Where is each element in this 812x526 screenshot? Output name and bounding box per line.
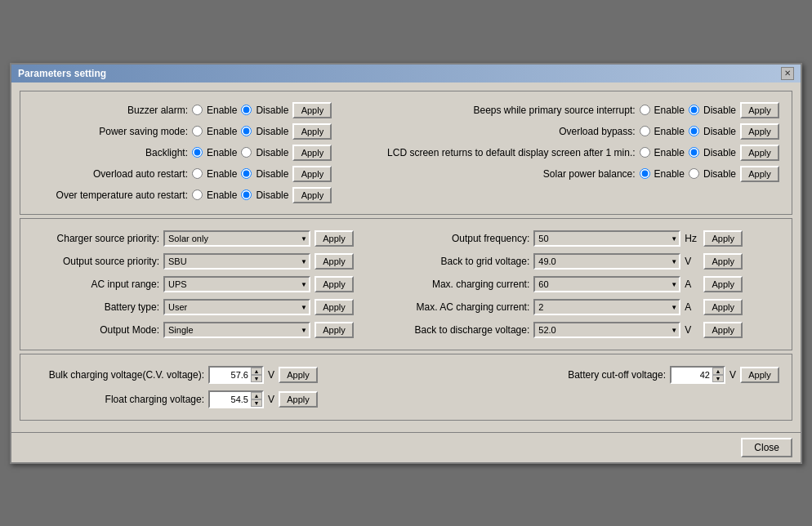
over_temp-apply-button[interactable]: Apply xyxy=(292,187,332,203)
cutoff_voltage-spinner-buttons: ▲ ▼ xyxy=(712,368,724,382)
lcd_return-disable-radio[interactable] xyxy=(689,147,699,158)
solar_balance-disable-label: Disable xyxy=(703,168,736,180)
bulk_voltage-increment-button[interactable]: ▲ xyxy=(251,368,262,375)
radio-label: Power saving mode: xyxy=(33,126,188,137)
output_priority-select[interactable]: SBUSolar firstUtility first xyxy=(163,253,310,270)
beeps-enable-radio[interactable] xyxy=(640,105,650,115)
bulk_voltage-decrement-button[interactable]: ▼ xyxy=(251,375,262,382)
buzzer-disable-radio[interactable] xyxy=(241,105,252,115)
cutoff_voltage-apply-button[interactable]: Apply xyxy=(740,367,779,383)
radio-label-right: Beeps while primary source interrupt: xyxy=(356,105,636,116)
solar_balance-enable-radio[interactable] xyxy=(640,168,650,179)
over_temp-disable-radio[interactable] xyxy=(241,189,252,200)
window-close-button[interactable]: ✕ xyxy=(781,67,794,80)
battery_type-select[interactable]: UserAGMFloodedLi xyxy=(163,299,310,315)
back_grid-select[interactable]: 44.045.046.047.048.049.050.0 xyxy=(533,253,680,270)
solar_balance-enable-label: Enable xyxy=(654,168,685,180)
cutoff_voltage-increment-button[interactable]: ▲ xyxy=(712,368,724,375)
output_mode-select-wrapper: SingleParallelPhase 1 of 3Phase 2 of 3Ph… xyxy=(163,322,310,338)
float_voltage-unit: V xyxy=(268,394,274,405)
cutoff_voltage-label: Battery cut-off voltage: xyxy=(568,369,666,381)
output_mode-select[interactable]: SingleParallelPhase 1 of 3Phase 2 of 3Ph… xyxy=(163,322,310,338)
output_mode-label: Output Mode: xyxy=(33,324,159,336)
float_voltage-apply-button[interactable]: Apply xyxy=(279,391,318,408)
battery_type-label: Battery type: xyxy=(33,301,159,313)
backlight-disable-radio[interactable] xyxy=(241,147,252,158)
max_ac_charge-unit: A xyxy=(685,301,699,313)
overload_restart-apply-button[interactable]: Apply xyxy=(292,166,332,182)
bulk_voltage-spinner-buttons: ▲ ▼ xyxy=(251,368,262,382)
solar_balance-apply-button[interactable]: Apply xyxy=(740,166,779,182)
dropdown-section: Charger source priority: Solar onlySolar… xyxy=(20,218,792,350)
power_saving-disable-radio[interactable] xyxy=(241,126,252,136)
charger_priority-select[interactable]: Solar onlySolar firstUtility first xyxy=(163,230,310,247)
buzzer-apply-button[interactable]: Apply xyxy=(292,102,332,118)
back_grid-apply-button[interactable]: Apply xyxy=(703,253,743,270)
main-window: Parameters setting ✕ Buzzer alarm: Enabl… xyxy=(10,63,802,464)
backlight-enable-radio[interactable] xyxy=(192,147,203,158)
max_ac_charge-label: Max. AC charging current: xyxy=(386,301,529,313)
float_voltage-spinner-buttons: ▲ ▼ xyxy=(251,392,262,407)
footer: Close xyxy=(11,432,801,462)
close-button[interactable]: Close xyxy=(741,438,792,457)
float_voltage-decrement-button[interactable]: ▼ xyxy=(251,399,262,407)
lcd_return-enable-radio[interactable] xyxy=(640,147,650,158)
backlight-apply-button[interactable]: Apply xyxy=(292,145,332,161)
power_saving-enable-radio[interactable] xyxy=(192,126,203,136)
back_discharge-unit: V xyxy=(685,324,699,336)
over_temp-enable-radio[interactable] xyxy=(192,189,203,200)
output_freq-apply-button[interactable]: Apply xyxy=(703,230,743,247)
back_discharge-apply-button[interactable]: Apply xyxy=(703,322,743,338)
cutoff_voltage-unit: V xyxy=(729,369,736,381)
bulk_voltage-unit: V xyxy=(268,369,274,381)
power_saving-apply-button[interactable]: Apply xyxy=(292,123,332,140)
charger_priority-select-wrapper: Solar onlySolar firstUtility first xyxy=(163,230,310,247)
cutoff_voltage-input[interactable] xyxy=(671,368,712,382)
radio-section: Buzzer alarm: Enable Disable Apply Beeps… xyxy=(20,91,792,215)
battery_type-apply-button[interactable]: Apply xyxy=(315,299,354,315)
power_saving-enable-label: Enable xyxy=(207,126,237,137)
output_freq-select[interactable]: 5060 xyxy=(533,230,680,247)
window-title: Parameters setting xyxy=(18,68,106,79)
ac_input-select-wrapper: UPSAppliance xyxy=(163,276,310,292)
output_priority-apply-button[interactable]: Apply xyxy=(315,253,354,270)
lcd_return-apply-button[interactable]: Apply xyxy=(740,145,779,161)
overload_bypass-apply-button[interactable]: Apply xyxy=(740,123,779,140)
bulk_voltage-spinner: ▲ ▼ xyxy=(208,366,264,384)
float_voltage-spinner: ▲ ▼ xyxy=(208,390,264,408)
overload_bypass-disable-label: Disable xyxy=(703,126,736,137)
output_freq-label: Output frequency: xyxy=(386,233,529,244)
radio-label: Backlight: xyxy=(33,147,188,158)
bulk_voltage-apply-button[interactable]: Apply xyxy=(279,367,318,383)
back_discharge-label: Back to discharge voltage: xyxy=(386,324,529,336)
bulk_voltage-input[interactable] xyxy=(210,368,251,382)
max_ac_charge-select-wrapper: 2102030 xyxy=(533,299,680,315)
bulk_voltage-label: Bulk charging voltage(C.V. voltage): xyxy=(33,369,204,381)
max_charge-select-wrapper: 102030405060 xyxy=(533,276,680,292)
float_voltage-increment-button[interactable]: ▲ xyxy=(251,392,262,399)
overload_restart-enable-radio[interactable] xyxy=(192,168,203,179)
max_charge-apply-button[interactable]: Apply xyxy=(703,276,743,292)
charger_priority-apply-button[interactable]: Apply xyxy=(315,230,354,247)
cutoff_voltage-decrement-button[interactable]: ▼ xyxy=(712,375,724,382)
output_mode-apply-button[interactable]: Apply xyxy=(315,322,354,338)
ac_input-apply-button[interactable]: Apply xyxy=(315,276,354,292)
overload_bypass-disable-radio[interactable] xyxy=(689,126,699,136)
radio-label-right: Solar power balance: xyxy=(356,168,636,180)
back_discharge-select[interactable]: 48.049.050.051.052.0 xyxy=(533,322,680,338)
back_discharge-select-wrapper: 48.049.050.051.052.0 xyxy=(533,322,680,338)
solar_balance-disable-radio[interactable] xyxy=(689,168,699,179)
buzzer-disable-label: Disable xyxy=(256,105,288,116)
beeps-disable-radio[interactable] xyxy=(689,105,699,115)
overload_bypass-enable-radio[interactable] xyxy=(640,126,650,136)
max_ac_charge-select[interactable]: 2102030 xyxy=(533,299,680,315)
float_voltage-input[interactable] xyxy=(210,392,251,407)
buzzer-enable-radio[interactable] xyxy=(192,105,203,115)
over_temp-enable-label: Enable xyxy=(207,189,237,201)
max_ac_charge-apply-button[interactable]: Apply xyxy=(703,299,743,315)
overload_restart-disable-radio[interactable] xyxy=(241,168,252,179)
battery_type-select-wrapper: UserAGMFloodedLi xyxy=(163,299,310,315)
max_charge-select[interactable]: 102030405060 xyxy=(533,276,680,292)
ac_input-select[interactable]: UPSAppliance xyxy=(163,276,310,292)
beeps-apply-button[interactable]: Apply xyxy=(740,102,779,118)
